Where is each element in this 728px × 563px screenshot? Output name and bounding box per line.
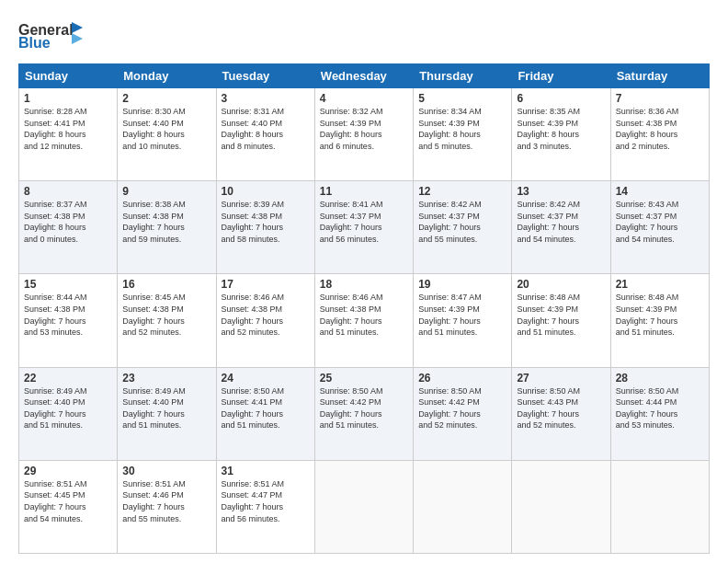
day-number: 28: [616, 372, 704, 385]
day-number: 7: [616, 92, 704, 105]
day-cell: 12Sunrise: 8:42 AM Sunset: 4:37 PM Dayli…: [414, 181, 512, 274]
day-header-saturday: Saturday: [610, 64, 709, 88]
logo: General Blue: [18, 15, 83, 56]
day-number: 31: [222, 465, 310, 477]
day-cell: 29Sunrise: 8:51 AM Sunset: 4:45 PM Dayli…: [19, 460, 118, 553]
day-info: Sunrise: 8:48 AM Sunset: 4:39 PM Dayligh…: [517, 292, 605, 338]
day-info: Sunrise: 8:51 AM Sunset: 4:46 PM Dayligh…: [122, 478, 210, 524]
day-info: Sunrise: 8:42 AM Sunset: 4:37 PM Dayligh…: [517, 199, 605, 245]
day-cell: 8Sunrise: 8:37 AM Sunset: 4:38 PM Daylig…: [19, 181, 118, 274]
day-header-thursday: Thursday: [414, 64, 512, 88]
day-number: 2: [122, 92, 210, 105]
day-cell: 20Sunrise: 8:48 AM Sunset: 4:39 PM Dayli…: [512, 274, 610, 367]
day-number: 14: [616, 185, 704, 198]
day-number: 19: [418, 278, 506, 291]
week-row-2: 8Sunrise: 8:37 AM Sunset: 4:38 PM Daylig…: [19, 181, 710, 274]
day-number: 20: [517, 278, 605, 291]
week-row-1: 1Sunrise: 8:28 AM Sunset: 4:41 PM Daylig…: [19, 88, 710, 181]
day-info: Sunrise: 8:45 AM Sunset: 4:38 PM Dayligh…: [122, 292, 210, 338]
day-cell: 28Sunrise: 8:50 AM Sunset: 4:44 PM Dayli…: [610, 367, 709, 460]
day-number: 1: [24, 92, 112, 105]
day-info: Sunrise: 8:28 AM Sunset: 4:41 PM Dayligh…: [24, 106, 112, 152]
day-info: Sunrise: 8:49 AM Sunset: 4:40 PM Dayligh…: [122, 385, 210, 431]
day-number: 8: [24, 185, 112, 198]
day-info: Sunrise: 8:41 AM Sunset: 4:37 PM Dayligh…: [320, 199, 408, 245]
day-info: Sunrise: 8:49 AM Sunset: 4:40 PM Dayligh…: [24, 385, 112, 431]
day-cell: 4Sunrise: 8:32 AM Sunset: 4:39 PM Daylig…: [314, 88, 413, 181]
day-number: 6: [517, 92, 605, 105]
day-number: 29: [24, 465, 112, 477]
day-cell: [512, 460, 610, 553]
svg-text:Blue: Blue: [18, 35, 51, 51]
day-cell: 7Sunrise: 8:36 AM Sunset: 4:38 PM Daylig…: [610, 88, 709, 181]
day-number: 25: [320, 372, 408, 385]
day-cell: 23Sunrise: 8:49 AM Sunset: 4:40 PM Dayli…: [118, 367, 216, 460]
day-cell: 27Sunrise: 8:50 AM Sunset: 4:43 PM Dayli…: [512, 367, 610, 460]
day-info: Sunrise: 8:32 AM Sunset: 4:39 PM Dayligh…: [320, 106, 408, 152]
day-number: 30: [122, 465, 210, 477]
day-cell: [610, 460, 709, 553]
day-info: Sunrise: 8:31 AM Sunset: 4:40 PM Dayligh…: [222, 106, 310, 152]
day-info: Sunrise: 8:34 AM Sunset: 4:39 PM Dayligh…: [418, 106, 506, 152]
day-info: Sunrise: 8:51 AM Sunset: 4:47 PM Dayligh…: [222, 478, 310, 524]
days-header-row: SundayMondayTuesdayWednesdayThursdayFrid…: [19, 64, 710, 88]
day-cell: 22Sunrise: 8:49 AM Sunset: 4:40 PM Dayli…: [19, 367, 118, 460]
day-header-sunday: Sunday: [19, 64, 118, 88]
day-info: Sunrise: 8:43 AM Sunset: 4:37 PM Dayligh…: [616, 199, 704, 245]
svg-marker-3: [72, 33, 83, 44]
day-info: Sunrise: 8:50 AM Sunset: 4:41 PM Dayligh…: [222, 385, 310, 431]
day-cell: 18Sunrise: 8:46 AM Sunset: 4:38 PM Dayli…: [314, 274, 413, 367]
day-number: 12: [418, 185, 506, 198]
day-cell: 16Sunrise: 8:45 AM Sunset: 4:38 PM Dayli…: [118, 274, 216, 367]
day-header-wednesday: Wednesday: [314, 64, 413, 88]
day-number: 9: [122, 185, 210, 198]
week-row-3: 15Sunrise: 8:44 AM Sunset: 4:38 PM Dayli…: [19, 274, 710, 367]
day-header-monday: Monday: [118, 64, 216, 88]
logo-general: General Blue: [18, 15, 83, 56]
day-info: Sunrise: 8:50 AM Sunset: 4:43 PM Dayligh…: [517, 385, 605, 431]
day-cell: 6Sunrise: 8:35 AM Sunset: 4:39 PM Daylig…: [512, 88, 610, 181]
day-number: 18: [320, 278, 408, 291]
day-number: 15: [24, 278, 112, 291]
day-cell: 2Sunrise: 8:30 AM Sunset: 4:40 PM Daylig…: [118, 88, 216, 181]
day-cell: 5Sunrise: 8:34 AM Sunset: 4:39 PM Daylig…: [414, 88, 512, 181]
day-cell: 19Sunrise: 8:47 AM Sunset: 4:39 PM Dayli…: [414, 274, 512, 367]
day-header-tuesday: Tuesday: [216, 64, 314, 88]
day-header-friday: Friday: [512, 64, 610, 88]
day-cell: 11Sunrise: 8:41 AM Sunset: 4:37 PM Dayli…: [314, 181, 413, 274]
header: General Blue: [18, 15, 710, 56]
day-number: 23: [122, 372, 210, 385]
day-info: Sunrise: 8:46 AM Sunset: 4:38 PM Dayligh…: [320, 292, 408, 338]
day-info: Sunrise: 8:50 AM Sunset: 4:44 PM Dayligh…: [616, 385, 704, 431]
day-cell: 3Sunrise: 8:31 AM Sunset: 4:40 PM Daylig…: [216, 88, 314, 181]
day-number: 21: [616, 278, 704, 291]
day-cell: 14Sunrise: 8:43 AM Sunset: 4:37 PM Dayli…: [610, 181, 709, 274]
day-cell: 21Sunrise: 8:48 AM Sunset: 4:39 PM Dayli…: [610, 274, 709, 367]
day-info: Sunrise: 8:35 AM Sunset: 4:39 PM Dayligh…: [517, 106, 605, 152]
day-info: Sunrise: 8:39 AM Sunset: 4:38 PM Dayligh…: [222, 199, 310, 245]
day-number: 17: [222, 278, 310, 291]
day-cell: 24Sunrise: 8:50 AM Sunset: 4:41 PM Dayli…: [216, 367, 314, 460]
day-number: 10: [222, 185, 310, 198]
day-cell: 1Sunrise: 8:28 AM Sunset: 4:41 PM Daylig…: [19, 88, 118, 181]
day-number: 3: [222, 92, 310, 105]
week-row-5: 29Sunrise: 8:51 AM Sunset: 4:45 PM Dayli…: [19, 460, 710, 553]
day-cell: 13Sunrise: 8:42 AM Sunset: 4:37 PM Dayli…: [512, 181, 610, 274]
day-info: Sunrise: 8:36 AM Sunset: 4:38 PM Dayligh…: [616, 106, 704, 152]
day-cell: 10Sunrise: 8:39 AM Sunset: 4:38 PM Dayli…: [216, 181, 314, 274]
day-cell: 17Sunrise: 8:46 AM Sunset: 4:38 PM Dayli…: [216, 274, 314, 367]
day-info: Sunrise: 8:48 AM Sunset: 4:39 PM Dayligh…: [616, 292, 704, 338]
day-number: 27: [517, 372, 605, 385]
day-number: 4: [320, 92, 408, 105]
day-cell: 30Sunrise: 8:51 AM Sunset: 4:46 PM Dayli…: [118, 460, 216, 553]
day-number: 26: [418, 372, 506, 385]
day-info: Sunrise: 8:30 AM Sunset: 4:40 PM Dayligh…: [122, 106, 210, 152]
day-info: Sunrise: 8:50 AM Sunset: 4:42 PM Dayligh…: [418, 385, 506, 431]
calendar-table: SundayMondayTuesdayWednesdayThursdayFrid…: [18, 63, 710, 554]
day-number: 5: [418, 92, 506, 105]
day-number: 24: [222, 372, 310, 385]
day-info: Sunrise: 8:51 AM Sunset: 4:45 PM Dayligh…: [24, 478, 112, 524]
day-info: Sunrise: 8:37 AM Sunset: 4:38 PM Dayligh…: [24, 199, 112, 245]
week-row-4: 22Sunrise: 8:49 AM Sunset: 4:40 PM Dayli…: [19, 367, 710, 460]
day-info: Sunrise: 8:50 AM Sunset: 4:42 PM Dayligh…: [320, 385, 408, 431]
